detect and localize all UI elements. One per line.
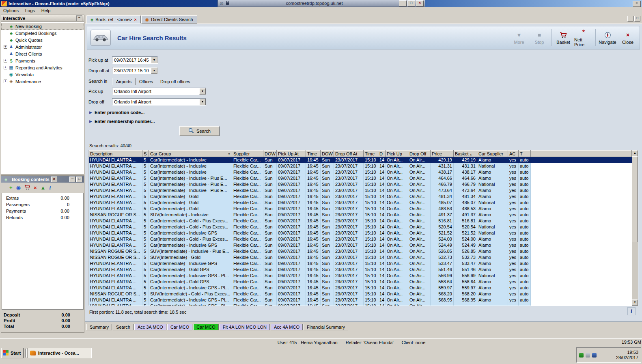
sidebar-item-quick-quotes[interactable]: ♣Quick Quotes [1, 37, 84, 43]
taskbar-task-interactive[interactable]: Interactive - Ocea... [28, 348, 92, 358]
bottom-tab-acc-4a-mco[interactable]: Acc 4A MCO [271, 324, 303, 330]
sidebar-item-direct-clients[interactable]: ♟Direct Clients [1, 50, 84, 57]
scroll-up-icon[interactable]: ▲ [632, 150, 638, 156]
close-tab-icon[interactable]: × [134, 17, 137, 22]
panel-float-icon[interactable]: □ [76, 177, 82, 182]
column-header-d[interactable]: D [378, 151, 386, 157]
tab-offices[interactable]: Offices [136, 78, 157, 85]
tab-dropoff-offices[interactable]: Drop off offices [157, 78, 194, 85]
chevron-down-icon[interactable]: ▼ [199, 88, 206, 95]
column-header-ac[interactable]: AC [508, 151, 519, 157]
globe-icon[interactable]: ◉ [16, 185, 21, 190]
expand-icon[interactable]: + [4, 59, 7, 62]
column-header-pick-up[interactable]: Pick Up [386, 151, 408, 157]
promotion-code-toggle[interactable]: ▶ Enter promotion code... [89, 110, 144, 115]
scroll-down-icon[interactable]: ▼ [632, 299, 638, 306]
sidebar-item-administrator[interactable]: +♟Administrator [1, 43, 84, 50]
sidebar-item-reporting-and-analytics[interactable]: +▦Reporting and Analytics [1, 64, 84, 71]
interactive-panel-caption[interactable]: Interactive − [1, 15, 84, 22]
start-button[interactable]: Start [1, 348, 24, 358]
navigate-button[interactable]: Navigate [598, 28, 617, 48]
collapse-panel-button[interactable]: − [76, 15, 82, 21]
tabs-minimize-icon[interactable]: ─ [627, 16, 633, 22]
bottom-tab-flt-4a-lon-mco-lon[interactable]: Flt 4A LON MCO LON [220, 324, 270, 330]
result-row[interactable]: HYUNDAI ELANTRA ...5Car(Intermediate) - … [89, 303, 632, 306]
vertical-scrollbar[interactable]: ▲ ▼ [632, 150, 638, 306]
column-header-basket[interactable]: Basket▲ [454, 151, 477, 157]
info-icon[interactable]: i [49, 185, 51, 190]
result-row[interactable]: HYUNDAI ELANTRA ...5Car(Intermediate) - … [89, 163, 632, 169]
sidebar-item-viewdata[interactable]: ◉Viewdata [1, 71, 84, 78]
close-button[interactable]: × Close [618, 28, 637, 48]
chevron-down-icon[interactable]: ▼ [151, 57, 157, 63]
result-row[interactable]: HYUNDAI ELANTRA ...5Car(Intermediate) - … [89, 218, 632, 224]
column-header-s[interactable]: S [142, 151, 149, 157]
basket-button[interactable]: Basket [554, 28, 573, 48]
membership-number-toggle[interactable]: ▶ Enter membership number... [89, 119, 155, 124]
result-row[interactable]: HYUNDAI ELANTRA ...5Car(Intermediate) - … [89, 279, 632, 285]
result-row[interactable]: NISSAN ROGUE OR S...5SUV(Intermediate) -… [89, 254, 632, 261]
nett-price-button[interactable]: * Nett Price [574, 28, 593, 48]
window-menu-button[interactable]: ≡ [633, 1, 641, 7]
result-row[interactable]: HYUNDAI ELANTRA ...5Car(Intermediate) - … [89, 236, 632, 242]
volume-icon[interactable] [592, 353, 597, 358]
bottom-tab-summary[interactable]: Summary [86, 324, 112, 330]
result-row[interactable]: HYUNDAI ELANTRA ...5Car(Intermediate) - … [89, 261, 632, 267]
result-row[interactable]: NISSAN ROGUE OR S...5SUV(Intermediate) -… [89, 212, 632, 218]
move-up-icon[interactable]: ▲ [41, 185, 46, 190]
dropoff-at-input[interactable]: 23/07/2017 15:10 ▼ [112, 67, 158, 74]
more-button[interactable]: ▼ More [510, 28, 528, 48]
sidebar-item-payments[interactable]: +$Payments [1, 57, 84, 64]
delete-icon[interactable]: × [34, 185, 37, 190]
bottom-tab-financial-summary[interactable]: Financial Summary [304, 324, 348, 330]
column-header-dow[interactable]: DOW [321, 151, 334, 157]
sidebar-item-new-booking[interactable]: ♣New Booking [1, 23, 84, 30]
rdp-connection-bar[interactable]: ◎ comostreetrdp.topdog.uk.net ─ □ × [218, 0, 425, 7]
chevron-down-icon[interactable]: ▼ [199, 99, 206, 105]
dropoff-combobox[interactable]: Orlando Intl Airport ▼ [112, 98, 206, 106]
bottom-tab-search[interactable]: Search [113, 324, 134, 330]
column-header-drop-off-at[interactable]: Drop Off At [334, 151, 364, 157]
tab-direct-clients-search[interactable]: ◉ Direct Clients Search [141, 15, 197, 24]
result-row[interactable]: HYUNDAI ELANTRA ...5Car(Intermediate) - … [89, 200, 632, 206]
result-row[interactable]: HYUNDAI ELANTRA ...5Car(Intermediate) - … [89, 273, 632, 279]
result-row[interactable]: HYUNDAI ELANTRA ...5Car(Intermediate) - … [89, 175, 632, 181]
result-row[interactable]: HYUNDAI ELANTRA ...5Car(Intermediate) - … [89, 169, 632, 175]
column-header-time[interactable]: Time [364, 151, 378, 157]
column-header-pick-up-at[interactable]: Pick Up At [277, 151, 306, 157]
result-row[interactable]: HYUNDAI ELANTRA ...5Car(Intermediate) - … [89, 181, 632, 187]
pin-icon[interactable]: ◎ [219, 1, 224, 6]
result-row[interactable]: HYUNDAI ELANTRA ...5Car(Intermediate) - … [89, 242, 632, 248]
result-row[interactable]: HYUNDAI ELANTRA ...5Car(Intermediate) - … [89, 230, 632, 236]
rdp-minimize-button[interactable]: ─ [399, 0, 407, 6]
expand-icon[interactable]: + [4, 66, 7, 69]
expand-icon[interactable]: + [4, 45, 7, 49]
column-header-t[interactable]: T [519, 151, 531, 157]
result-row[interactable]: HYUNDAI ELANTRA ...5Car(Intermediate) - … [89, 187, 632, 194]
result-row[interactable]: HYUNDAI ELANTRA ...5Car(Intermediate) - … [89, 224, 632, 230]
sidebar-item-maintenance[interactable]: +◈Maintenance [1, 78, 84, 85]
column-header-time[interactable]: Time [306, 151, 321, 157]
result-row[interactable]: HYUNDAI ELANTRA ...5Car(Intermediate) - … [89, 194, 632, 200]
tab-booking-ref[interactable]: ♣ Book. ref.: <none> × [86, 15, 141, 24]
menu-help[interactable]: Help [38, 8, 54, 13]
stop-button[interactable]: ■ Stop [530, 28, 549, 48]
scrollbar-thumb[interactable] [632, 156, 638, 242]
column-header-price[interactable]: Price [431, 151, 454, 157]
rdp-restore-button[interactable]: □ [407, 0, 415, 6]
add-icon[interactable]: + [9, 185, 13, 190]
column-header-dow[interactable]: DOW [263, 151, 277, 157]
bottom-tab-car-mco[interactable]: Car MCO [167, 324, 192, 330]
bottom-tab-acc-3a-mco[interactable]: Acc 3A MCO [134, 324, 166, 330]
bottom-tab-car-mco[interactable]: Car MCO [193, 324, 218, 330]
column-header-description[interactable]: Description [89, 151, 142, 157]
tabs-restore-icon[interactable]: □ [634, 16, 640, 22]
result-row[interactable]: HYUNDAI ELANTRA ...5Car(Intermediate) - … [89, 157, 632, 164]
menu-logs[interactable]: Logs [22, 8, 38, 13]
sidebar-item-completed-bookings[interactable]: ♣Completed Bookings [1, 30, 84, 37]
tab-airports[interactable]: Airports [112, 78, 136, 85]
menu-options[interactable]: Options [0, 8, 22, 13]
panel-minimize-icon[interactable]: ─ [69, 177, 75, 182]
network-icon[interactable] [579, 353, 584, 358]
display-icon[interactable] [586, 353, 590, 358]
